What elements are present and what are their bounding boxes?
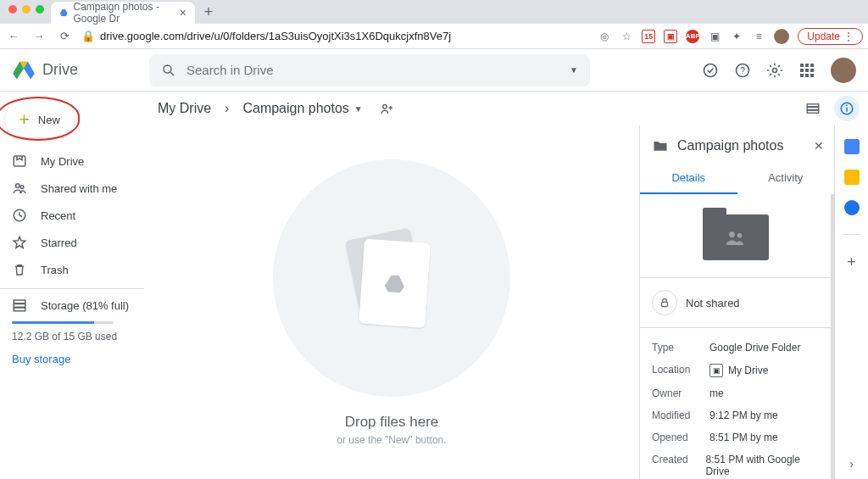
svg-rect-17 bbox=[14, 304, 25, 308]
breadcrumb-item-mydrive[interactable]: My Drive bbox=[153, 97, 216, 120]
tab-title: Campaign photos - Google Dr bbox=[73, 1, 174, 25]
drive-icon bbox=[12, 58, 36, 82]
calendar-icon[interactable] bbox=[844, 139, 860, 154]
search-input[interactable] bbox=[186, 63, 559, 77]
new-tab-button[interactable]: + bbox=[198, 2, 219, 22]
svg-rect-25 bbox=[846, 105, 848, 107]
puzzle-icon[interactable]: ✦ bbox=[730, 30, 743, 43]
chevron-right-icon: › bbox=[225, 101, 229, 116]
svg-text:?: ? bbox=[740, 65, 745, 75]
trash-icon bbox=[12, 262, 27, 277]
ext-icon[interactable]: 15 bbox=[642, 30, 655, 43]
lock-icon: 🔒 bbox=[81, 30, 95, 42]
apps-icon[interactable] bbox=[798, 62, 815, 79]
share-status: Not shared bbox=[686, 297, 740, 309]
breadcrumb: My Drive › Campaign photos ▼ bbox=[147, 97, 395, 120]
window-controls[interactable] bbox=[5, 5, 51, 19]
drop-illustration bbox=[273, 159, 510, 397]
sidebar-item-shared[interactable]: Shared with me bbox=[0, 175, 136, 202]
details-title: Campaign photos bbox=[677, 138, 805, 153]
breadcrumb-item-current[interactable]: Campaign photos ▼ bbox=[237, 97, 367, 120]
svg-rect-24 bbox=[846, 108, 848, 112]
close-tab-icon[interactable]: × bbox=[180, 6, 186, 19]
browser-tab[interactable]: Campaign photos - Google Dr × bbox=[51, 2, 195, 24]
recent-icon bbox=[12, 208, 27, 223]
info-icon[interactable] bbox=[834, 96, 860, 121]
people-icon bbox=[724, 230, 748, 245]
sidebar-item-storage[interactable]: Storage (81% full) bbox=[0, 294, 144, 316]
svg-point-6 bbox=[164, 65, 171, 73]
buy-storage-link[interactable]: Buy storage bbox=[0, 348, 144, 370]
svg-marker-26 bbox=[384, 275, 405, 292]
meta-type: Google Drive Folder bbox=[709, 342, 800, 354]
star-icon[interactable]: ☆ bbox=[620, 30, 633, 43]
profile-avatar[interactable] bbox=[774, 29, 789, 44]
share-icon[interactable] bbox=[380, 101, 395, 116]
svg-point-19 bbox=[383, 105, 387, 109]
search-icon bbox=[161, 63, 176, 78]
account-avatar[interactable] bbox=[831, 58, 856, 83]
back-button[interactable]: ← bbox=[5, 30, 22, 42]
url-text: drive.google.com/drive/u/0/folders/1aS3u… bbox=[100, 30, 451, 42]
product-name: Drive bbox=[42, 61, 78, 79]
address-bar[interactable]: 🔒 drive.google.com/drive/u/0/folders/1aS… bbox=[81, 30, 451, 42]
svg-rect-18 bbox=[14, 308, 25, 311]
chevron-right-icon[interactable]: › bbox=[849, 457, 854, 471]
app-header: Drive ▼ ? bbox=[0, 49, 868, 92]
svg-rect-16 bbox=[14, 300, 25, 304]
search-options-icon[interactable]: ▼ bbox=[570, 65, 578, 75]
sidebar-item-recent[interactable]: Recent bbox=[0, 202, 136, 229]
folder-preview bbox=[640, 194, 831, 277]
side-rail: + › bbox=[834, 125, 868, 479]
meta-created: 8:51 PM with Google Drive bbox=[706, 454, 819, 477]
abp-icon[interactable]: ABP bbox=[686, 30, 699, 43]
sidebar-item-starred[interactable]: Starred bbox=[0, 229, 136, 256]
tab-activity[interactable]: Activity bbox=[737, 163, 835, 194]
reload-button[interactable]: ⟳ bbox=[56, 30, 73, 42]
keep-icon[interactable] bbox=[844, 170, 860, 185]
my-drive-icon bbox=[12, 153, 27, 169]
svg-point-11 bbox=[773, 68, 777, 72]
help-icon[interactable]: ? bbox=[734, 62, 751, 79]
svg-point-14 bbox=[20, 186, 24, 189]
drop-title: Drop files here bbox=[345, 414, 439, 431]
drive-icon bbox=[382, 270, 408, 296]
storage-text: 12.2 GB of 15 GB used bbox=[0, 329, 144, 348]
ext-icon[interactable]: ▣ bbox=[708, 30, 721, 43]
drop-subtitle: or use the "New" button. bbox=[337, 434, 446, 446]
menu-dots-icon[interactable]: ⋮ bbox=[843, 31, 854, 42]
offline-icon[interactable] bbox=[702, 62, 719, 79]
svg-point-27 bbox=[729, 231, 735, 237]
new-button[interactable]: + New bbox=[5, 102, 75, 137]
tasks-icon[interactable] bbox=[844, 200, 860, 215]
share-section[interactable]: Not shared bbox=[640, 277, 831, 328]
drive-logo[interactable]: Drive bbox=[12, 58, 139, 82]
add-on-plus-icon[interactable]: + bbox=[847, 253, 856, 271]
svg-rect-22 bbox=[807, 110, 819, 113]
ext-icon[interactable]: ◎ bbox=[598, 30, 611, 43]
forward-button[interactable]: → bbox=[31, 30, 47, 42]
lock-icon bbox=[652, 290, 677, 315]
update-button[interactable]: Update ⋮ bbox=[798, 28, 863, 45]
list-view-icon[interactable] bbox=[800, 96, 826, 121]
svg-rect-21 bbox=[807, 108, 819, 110]
drive-icon bbox=[59, 7, 68, 19]
ext-icon[interactable]: ≡ bbox=[752, 30, 765, 43]
svg-point-13 bbox=[16, 184, 20, 188]
starred-icon bbox=[12, 235, 27, 250]
my-drive-icon: ▣ bbox=[709, 364, 723, 377]
drop-zone[interactable]: Drop files here or use the "New" button. bbox=[144, 125, 639, 479]
ext-icon[interactable]: ▣ bbox=[664, 30, 677, 43]
sidebar-item-my-drive[interactable]: My Drive bbox=[0, 148, 136, 175]
close-icon[interactable]: ✕ bbox=[814, 139, 824, 153]
search-box[interactable]: ▼ bbox=[149, 54, 590, 86]
new-label: New bbox=[38, 114, 60, 126]
storage-bar bbox=[12, 321, 114, 324]
chevron-down-icon[interactable]: ▼ bbox=[354, 104, 363, 114]
settings-icon[interactable] bbox=[766, 62, 783, 79]
tab-details[interactable]: Details bbox=[640, 163, 737, 194]
meta-location[interactable]: ▣My Drive bbox=[709, 364, 768, 377]
svg-line-7 bbox=[170, 72, 174, 75]
sidebar-item-trash[interactable]: Trash bbox=[0, 256, 136, 283]
shared-icon bbox=[12, 181, 27, 196]
